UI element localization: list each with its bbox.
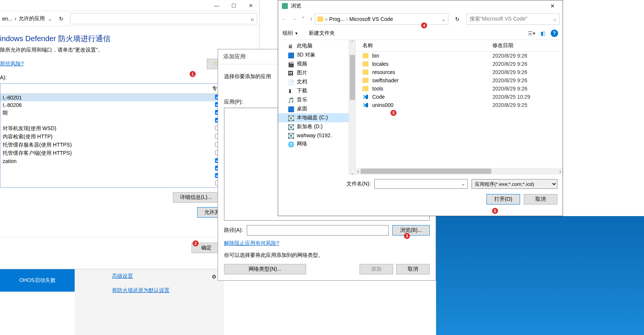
help-button[interactable]: ?: [551, 30, 558, 37]
drive-icon: 💽: [288, 115, 294, 120]
file-row[interactable]: resources2020/8/29 9:26: [356, 68, 563, 76]
tree-node[interactable]: 💽新加卷 (D:): [278, 122, 349, 131]
search-box[interactable]: ⌕: [70, 13, 257, 24]
file-row[interactable]: unins0002020/8/29 9:25: [356, 101, 563, 109]
tree-node[interactable]: ⬇下载: [278, 86, 349, 95]
network-type-text: 你可以选择要将此应用添加到的网络类型。: [224, 252, 430, 259]
app-name: [0, 172, 208, 180]
tree-scrollbar[interactable]: ˆ ˬ: [349, 40, 356, 175]
back-button[interactable]: ←: [281, 16, 286, 22]
gear-icon[interactable]: ⚙: [212, 274, 217, 280]
address-bar[interactable]: « Prog... › Microsoft VS Code ⌄: [315, 13, 448, 25]
details-button[interactable]: 详细信息(L)...: [173, 192, 219, 203]
badge-5: 5: [391, 110, 396, 116]
up-dir-button[interactable]: ↑: [310, 16, 312, 22]
folder-icon: [363, 53, 368, 58]
tree-node[interactable]: 🎬视频: [278, 59, 349, 68]
chevron-down-icon[interactable]: ⌄: [441, 16, 446, 22]
search-icon: ⌕: [553, 16, 556, 22]
browse-button[interactable]: 浏览(B)...: [392, 225, 430, 236]
badge-3: 3: [404, 233, 410, 239]
file-row[interactable]: locales2020/8/29 9:26: [356, 60, 563, 68]
file-row[interactable]: swiftshader2020/8/29 9:26: [356, 76, 563, 84]
tree-node[interactable]: 🟦桌面: [278, 104, 349, 113]
table-row[interactable]: I,-80201: [0, 94, 255, 102]
up-button[interactable]: ˅: [302, 16, 305, 22]
folder-icon: [363, 61, 368, 67]
minimize-button[interactable]: —: [208, 0, 225, 11]
table-row[interactable]: 对等机发现(使用 WSD): [0, 125, 255, 133]
side-panel: ⚙ 高级设置 将防火墙还原为默认设置: [75, 269, 224, 335]
risk-link[interactable]: 那些风险?: [0, 61, 24, 67]
refresh-button[interactable]: ↻: [451, 13, 464, 25]
badge-1: 1: [190, 71, 196, 77]
advanced-settings-link[interactable]: 高级设置: [112, 273, 213, 280]
app-name: 托管缓存客户端(使用 HTTPS): [0, 149, 208, 157]
restore-defaults-link[interactable]: 将防火墙还原为默认设置: [112, 287, 213, 294]
tree-node[interactable]: 📄文档: [278, 77, 349, 86]
table-row[interactable]: [0, 117, 255, 125]
table-row[interactable]: 内容检索(使用 HTTP): [0, 133, 255, 141]
search-input[interactable]: 搜索"Microsoft VS Code" ⌕: [466, 13, 560, 25]
table-row[interactable]: [0, 180, 255, 187]
table-row[interactable]: 托管缓存客户端(使用 HTTPS): [0, 149, 255, 157]
new-folder-button[interactable]: 新建文件夹: [309, 30, 335, 37]
app-name: [0, 165, 208, 172]
tree-node[interactable]: 💽本地磁盘 (C:): [278, 113, 349, 122]
desktop-background: [436, 216, 644, 335]
table-row[interactable]: [0, 165, 255, 172]
network-types-button[interactable]: 网络类型(N)...: [224, 264, 306, 274]
cancel-button[interactable]: 取消: [524, 194, 557, 205]
horizontal-scrollbar[interactable]: ‹ ›: [356, 168, 563, 175]
refresh-button[interactable]: ↻: [55, 13, 67, 24]
tree-node[interactable]: 🖥此电脑: [278, 42, 349, 50]
col-name-header[interactable]: 名称: [356, 40, 490, 51]
net-icon: 💽: [288, 133, 294, 138]
organize-menu[interactable]: 组织 ▼: [283, 30, 298, 37]
breadcrumb[interactable]: en... › 允许的应用: [2, 15, 45, 22]
forward-button[interactable]: →: [292, 16, 297, 22]
table-row[interactable]: 托管缓存服务器(使用 HTTPS): [0, 141, 255, 149]
path-label: 路径(A):: [224, 227, 243, 234]
preview-pane-button[interactable]: ◧: [541, 30, 545, 36]
table-row[interactable]: 能: [0, 109, 255, 117]
file-row[interactable]: bin2020/8/29 9:26: [356, 52, 563, 60]
path-input[interactable]: [247, 225, 389, 236]
file-list[interactable]: 名称 修改日期 bin2020/8/29 9:26locales2020/8/2…: [356, 40, 563, 175]
table-row[interactable]: [0, 172, 255, 180]
page-heading: indows Defender 防火墙进行通信: [0, 34, 256, 44]
col-name[interactable]: [0, 84, 208, 94]
close-button[interactable]: ✕: [544, 1, 561, 11]
chevron-down-icon[interactable]: ⌄: [48, 16, 52, 22]
tree-node[interactable]: 🌐网络: [278, 139, 349, 148]
vscode-icon: [363, 102, 368, 108]
filename-input[interactable]: [374, 179, 468, 189]
maximize-button[interactable]: ☐: [225, 0, 242, 11]
chevron-down-icon: ▼: [295, 31, 298, 36]
cancel-button[interactable]: 取消: [396, 264, 430, 274]
chevron-down-icon[interactable]: ⌄: [461, 181, 466, 187]
add-button[interactable]: 添加: [360, 264, 393, 274]
app-name: [0, 180, 208, 187]
app-name: 内容检索(使用 HTTP): [0, 133, 208, 141]
file-row[interactable]: Code2020/8/25 10:29: [356, 93, 563, 101]
search-icon: ⌕: [251, 16, 254, 22]
pic-icon: 🖼: [288, 70, 294, 76]
folder-tree[interactable]: 🖥此电脑🟦3D 对象🎬视频🖼图片📄文档⬇下载🎵音乐🟦桌面💽本地磁盘 (C:)💽新…: [278, 40, 349, 175]
tree-node[interactable]: 🎵音乐: [278, 95, 349, 104]
table-row[interactable]: zation: [0, 157, 255, 165]
ohos-tile[interactable]: OHOS启动失败: [0, 269, 75, 292]
col-date-header[interactable]: 修改日期: [490, 40, 554, 51]
drive-icon: 💽: [288, 124, 294, 129]
table-row[interactable]: I,-80206: [0, 101, 255, 109]
open-button[interactable]: 打开(O): [486, 194, 520, 205]
file-row[interactable]: tools2020/8/29 9:26: [356, 84, 563, 93]
view-options-button[interactable]: ☰▾: [528, 30, 535, 36]
unblock-risk-link[interactable]: 解除阻止应用有何风险?: [224, 240, 430, 247]
tree-node[interactable]: 🖼图片: [278, 68, 349, 77]
tree-node[interactable]: 💽wahway (\\192.: [278, 131, 349, 139]
close-button[interactable]: ✕: [242, 0, 259, 11]
tree-node[interactable]: 🟦3D 对象: [278, 50, 349, 59]
filetype-select[interactable]: 应用程序(*.exe;*.com;*.icd): [472, 179, 557, 189]
app-name: [0, 117, 208, 125]
